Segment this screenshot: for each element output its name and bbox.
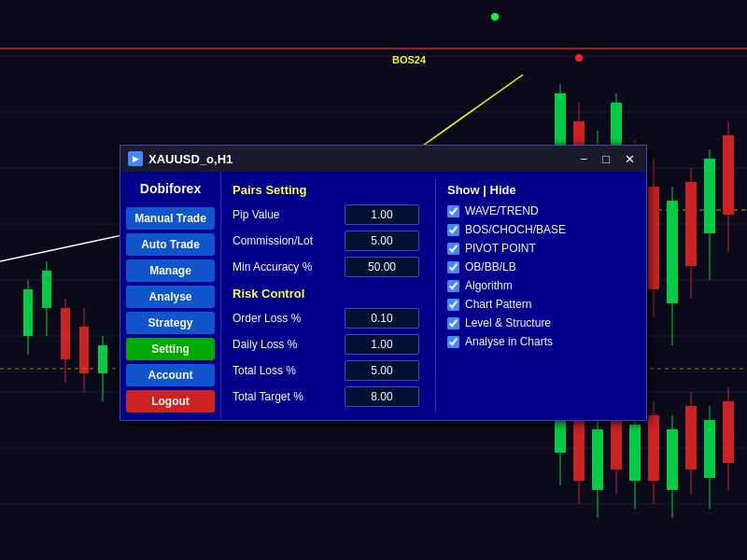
modal-title-left: ▶ XAUUSD_o,H1 xyxy=(128,151,233,166)
bos-choch-base-label: BOS/CHOCH/BASE xyxy=(465,223,566,236)
level-structure-row: Level & Structure xyxy=(447,316,635,329)
modal-title: XAUUSD_o,H1 xyxy=(148,152,233,166)
pivot-point-chk[interactable] xyxy=(447,243,459,255)
svg-point-66 xyxy=(575,54,583,62)
pip-value-label: Pip Value xyxy=(233,208,345,221)
pip-value-row: Pip Value xyxy=(233,204,420,225)
pivot-point-row: PIVOT POINT xyxy=(447,242,635,255)
order-loss-row: Order Loss % xyxy=(233,308,420,329)
svg-rect-39 xyxy=(685,182,697,266)
min-accuracy-row: Min Accuracy % xyxy=(233,257,420,277)
svg-rect-64 xyxy=(723,401,734,463)
svg-rect-41 xyxy=(704,159,715,233)
wave-trend-chk[interactable] xyxy=(447,205,459,217)
total-target-row: Total Target % xyxy=(233,386,420,407)
setting-btn[interactable]: Setting xyxy=(126,338,215,360)
auto-trade-btn[interactable]: Auto Trade xyxy=(126,233,215,256)
ob-bb-lb-chk[interactable] xyxy=(447,261,459,273)
svg-text:BOS24: BOS24 xyxy=(392,54,427,65)
commission-lot-label: Commission/Lot xyxy=(233,234,345,247)
show-hide-title: Show | Hide xyxy=(447,183,635,197)
svg-point-65 xyxy=(491,13,499,21)
pairs-setting-title: Pairs Setting xyxy=(233,183,420,197)
svg-rect-17 xyxy=(42,271,51,308)
svg-rect-48 xyxy=(573,415,585,481)
minimize-button[interactable]: − xyxy=(577,152,592,166)
svg-rect-50 xyxy=(592,429,603,490)
content-columns: Pairs Setting Pip Value Commission/Lot M… xyxy=(233,179,635,413)
pip-value-input[interactable] xyxy=(345,204,419,225)
manage-btn[interactable]: Manage xyxy=(126,259,215,282)
daily-loss-label: Daily Loss % xyxy=(233,338,345,351)
analyse-in-charts-row: Analyse in Charts xyxy=(447,335,635,348)
svg-rect-54 xyxy=(629,425,641,481)
order-loss-label: Order Loss % xyxy=(233,312,345,325)
total-loss-label: Total Loss % xyxy=(233,364,345,377)
show-hide-section: Show | Hide WAVE/TREND BOS/CHOCH/BASE PI… xyxy=(435,179,635,413)
ob-bb-lb-label: OB/BB/LB xyxy=(465,260,516,273)
svg-rect-21 xyxy=(79,327,89,373)
maximize-button[interactable]: □ xyxy=(599,152,613,166)
min-accuracy-label: Min Accuracy % xyxy=(233,260,345,273)
svg-rect-62 xyxy=(704,420,715,478)
pivot-point-label: PIVOT POINT xyxy=(465,242,536,255)
analyse-in-charts-chk[interactable] xyxy=(447,336,459,348)
chart-pattern-label: Chart Pattern xyxy=(465,298,531,311)
svg-rect-58 xyxy=(667,429,678,490)
daily-loss-row: Daily Loss % xyxy=(233,334,420,355)
chart-pattern-chk[interactable] xyxy=(447,299,459,311)
risk-control-title: Risk Control xyxy=(233,287,420,301)
modal-icon: ▶ xyxy=(128,151,143,166)
level-structure-label: Level & Structure xyxy=(465,316,551,329)
min-accuracy-input[interactable] xyxy=(345,257,419,277)
algorithm-label: Algorithm xyxy=(465,279,513,292)
total-target-label: Total Target % xyxy=(233,390,345,403)
svg-rect-60 xyxy=(685,406,697,469)
strategy-btn[interactable]: Strategy xyxy=(126,312,215,334)
commission-lot-row: Commission/Lot xyxy=(233,231,420,251)
close-button[interactable]: ✕ xyxy=(621,152,639,166)
algorithm-row: Algorithm xyxy=(447,279,635,292)
svg-rect-43 xyxy=(723,135,734,215)
analyse-in-charts-label: Analyse in Charts xyxy=(465,335,553,348)
algorithm-chk[interactable] xyxy=(447,280,459,292)
settings-content: Pairs Setting Pip Value Commission/Lot M… xyxy=(221,172,646,420)
analyse-btn[interactable]: Analyse xyxy=(126,286,215,308)
svg-rect-15 xyxy=(23,289,33,336)
manual-trade-btn[interactable]: Manual Trade xyxy=(126,207,215,230)
total-loss-input[interactable] xyxy=(345,360,419,381)
level-structure-chk[interactable] xyxy=(447,317,459,329)
ob-bb-lb-row: OB/BB/LB xyxy=(447,260,635,273)
bos-choch-base-chk[interactable] xyxy=(447,224,459,236)
bos-choch-base-row: BOS/CHOCH/BASE xyxy=(447,223,635,236)
wave-trend-label: WAVE/TREND xyxy=(465,204,539,217)
total-target-input[interactable] xyxy=(345,386,419,407)
modal-body: Dobiforex Manual Trade Auto Trade Manage… xyxy=(120,172,646,420)
left-column: Pairs Setting Pip Value Commission/Lot M… xyxy=(233,179,428,413)
commission-lot-input[interactable] xyxy=(345,231,419,251)
total-loss-row: Total Loss % xyxy=(233,360,420,381)
svg-rect-56 xyxy=(648,415,659,481)
account-btn[interactable]: Account xyxy=(126,364,215,386)
wave-trend-row: WAVE/TREND xyxy=(447,204,635,217)
modal-controls: − □ ✕ xyxy=(577,152,639,166)
settings-modal: ▶ XAUUSD_o,H1 − □ ✕ Dobiforex Manual Tra… xyxy=(120,145,647,421)
sidebar: Dobiforex Manual Trade Auto Trade Manage… xyxy=(120,172,221,420)
svg-rect-35 xyxy=(648,187,659,289)
daily-loss-input[interactable] xyxy=(345,334,419,355)
sidebar-logo: Dobiforex xyxy=(126,177,215,203)
modal-titlebar: ▶ XAUUSD_o,H1 − □ ✕ xyxy=(120,146,646,172)
logout-btn[interactable]: Logout xyxy=(126,390,215,413)
order-loss-input[interactable] xyxy=(345,308,419,329)
svg-rect-37 xyxy=(667,201,678,303)
svg-rect-19 xyxy=(61,308,70,359)
chart-pattern-row: Chart Pattern xyxy=(447,298,635,311)
